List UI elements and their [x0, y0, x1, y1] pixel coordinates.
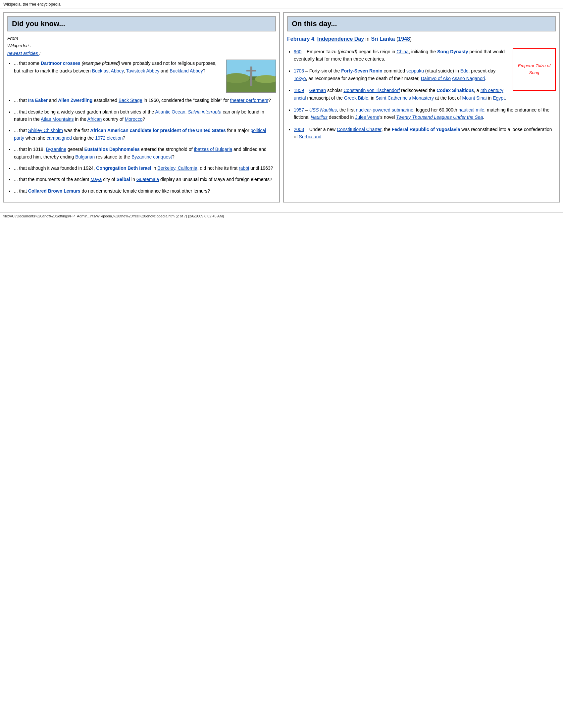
seppuku-link[interactable]: seppuku: [406, 68, 424, 73]
pictured-note: (pictured): [338, 49, 357, 54]
asano-link[interactable]: Asano Naganori: [452, 76, 485, 81]
ira-eaker-link[interactable]: Ira Eaker: [28, 98, 48, 103]
top-bar-title: Wikipedia, the free encyclopedia: [3, 2, 61, 7]
did-you-know-header: Did you know...: [7, 16, 276, 31]
independence-day-link[interactable]: Independence Day: [317, 36, 364, 42]
morocco-link[interactable]: Morocco: [125, 116, 143, 122]
buckland-link[interactable]: Buckland Abbey: [169, 68, 203, 73]
forty-seven-ronin-link[interactable]: Forty-Seven Ronin: [341, 68, 382, 73]
1972-election-link[interactable]: 1972 election: [95, 135, 122, 141]
4th-century-link[interactable]: 4th century: [480, 88, 503, 93]
list-item: ... that Ira Eaker and Allen Zwerdling e…: [14, 97, 276, 104]
twenty-thousand-leagues-link[interactable]: Twenty Thousand Leagues Under the Sea: [396, 114, 483, 120]
atlas-mountains-link[interactable]: Atlas Mountains: [41, 116, 74, 122]
congregation-link[interactable]: Congregation Beth Israel: [96, 165, 151, 171]
dartmoor-crosses-link[interactable]: Dartmoor crosses: [41, 61, 80, 66]
main-content: Did you know... From Wikipedia's newest …: [0, 9, 563, 206]
jules-verne-link[interactable]: Jules Verne: [355, 114, 379, 120]
nautical-mile-link[interactable]: nautical mile: [458, 107, 484, 113]
lemurs-link[interactable]: Collared Brown Lemurs: [28, 188, 80, 194]
nuclear-powered-link[interactable]: nuclear-powered: [356, 107, 391, 113]
list-item: ... that in 1018, Byzantine general Eust…: [14, 146, 276, 160]
list-item: ... that although it was founded in 1924…: [14, 164, 276, 172]
seibal-link[interactable]: Seibal: [117, 177, 130, 182]
left-panel: Did you know... From Wikipedia's newest …: [3, 12, 280, 203]
codex-link[interactable]: Codex Sinaiticus: [437, 88, 474, 93]
emperor-entry: Emperor Taizu of Song 960 – Emperor Taiz…: [294, 48, 556, 63]
german-link[interactable]: German: [309, 88, 326, 93]
uss-nautilus-link[interactable]: USS Nautilus: [309, 107, 337, 113]
song-dynasty-link[interactable]: Song Dynasty: [437, 49, 468, 54]
maya-link[interactable]: Maya: [90, 177, 102, 182]
intro-text: From Wikipedia's newest articles :: [7, 35, 276, 57]
list-item: ... that Shirley Chisholm was the first …: [14, 127, 276, 142]
shirley-chisholm-link[interactable]: Shirley Chisholm: [28, 128, 63, 133]
daimyo-link[interactable]: Daimyo of Akō: [421, 76, 451, 81]
on-this-day-date: February 4: Independence Day in Sri Lank…: [287, 35, 556, 43]
african-american-candidate-link[interactable]: African American candidate for president…: [90, 128, 225, 133]
serbia-and-link[interactable]: Serbia and: [299, 134, 322, 139]
saint-catherine-link[interactable]: Saint Catherine's Monastery: [376, 95, 434, 101]
rabbi-link[interactable]: rabbi: [239, 165, 249, 171]
list-item: ... that the monuments of the ancient Ma…: [14, 176, 276, 183]
list-item: 2003 – Under a new Constitutional Charte…: [294, 126, 556, 141]
bottom-bar: file:///C|/Documents%20and%20Settings/HP…: [0, 212, 563, 219]
bulgarian-link[interactable]: Bulgarian: [75, 154, 95, 159]
on-this-day-header: On this day...: [287, 16, 556, 31]
egypt-link[interactable]: Egypt: [493, 95, 505, 101]
china-link[interactable]: China: [397, 49, 409, 54]
tischendorf-link[interactable]: Constantin von Tischendorf: [344, 88, 400, 93]
list-item: ... that Collared Brown Lemurs do not de…: [14, 187, 276, 195]
sri-lanka-link[interactable]: Sri Lanka: [371, 36, 395, 42]
guatemala-link[interactable]: Guatemala: [136, 177, 159, 182]
february4-link[interactable]: February 4: [287, 36, 314, 42]
otd-list: Emperor Taizu of Song 960 – Emperor Taiz…: [287, 48, 556, 141]
tavistock-link[interactable]: Tavistock Abbey: [126, 68, 159, 73]
edo-link[interactable]: Edo: [460, 68, 469, 73]
emperor-image-box: Emperor Taizu of Song: [513, 48, 556, 91]
back-stage-link[interactable]: Back Stage: [118, 98, 142, 103]
salvia-link[interactable]: Salvia interrupta: [188, 109, 221, 114]
byzantine-conquest-link[interactable]: Byzantine conquest: [131, 154, 172, 159]
dartmoor-image: [226, 60, 276, 93]
top-bar: Wikipedia, the free encyclopedia: [0, 0, 563, 9]
year-1957-link[interactable]: 1957: [294, 107, 304, 113]
list-item: 1957 – USS Nautilus, the first nuclear-p…: [294, 106, 556, 121]
theater-performers-link[interactable]: theater performers: [230, 98, 268, 103]
svg-rect-6: [246, 70, 256, 71]
dartmoor-section: ... that some Dartmoor crosses (example …: [14, 60, 276, 93]
year-960-link[interactable]: 960: [294, 49, 302, 54]
ibatzes-link[interactable]: Ibatzes of Bulgaria: [194, 147, 232, 152]
bible-link[interactable]: Bible: [358, 95, 368, 101]
uncial-link[interactable]: uncial: [294, 95, 306, 101]
constitutional-charter-link[interactable]: Constitutional Charter: [337, 127, 382, 132]
year-1859-link[interactable]: 1859: [294, 88, 304, 93]
1948-link[interactable]: 1948: [398, 36, 410, 42]
mount-sinai-link[interactable]: Mount Sinai: [462, 95, 487, 101]
list-item: ... that despite being a widely-used gar…: [14, 108, 276, 123]
list-item: Emperor Taizu of Song 960 – Emperor Taiz…: [294, 48, 556, 63]
year-2003-link[interactable]: 2003: [294, 127, 304, 132]
greek-link[interactable]: Greek: [344, 95, 357, 101]
year-1703-link[interactable]: 1703: [294, 68, 304, 73]
allen-zwerdling-link[interactable]: Allen Zwerdling: [58, 98, 92, 103]
campaigned-link[interactable]: campaigned: [47, 135, 72, 141]
nautilus-fictional-link[interactable]: Nautilus: [311, 114, 328, 120]
did-you-know-list: ... that some Dartmoor crosses (example …: [7, 60, 276, 195]
newest-articles-link[interactable]: newest articles: [7, 51, 39, 56]
federal-republic-link[interactable]: Federal Republic of Yugoslavia: [392, 127, 460, 132]
berkeley-link[interactable]: Berkeley, California: [157, 165, 197, 171]
tokyo-link[interactable]: Tokyo: [294, 76, 306, 81]
svg-rect-5: [250, 67, 252, 83]
right-panel: On this day... February 4: Independence …: [283, 12, 560, 203]
byzantine-link[interactable]: Byzantine: [46, 147, 66, 152]
dartmoor-text: ... that some Dartmoor crosses (example …: [14, 60, 223, 74]
submarine-link[interactable]: submarine: [392, 107, 413, 113]
dartmoor-italic: (example pictured): [82, 61, 120, 66]
eustathios-link[interactable]: Eustathios Daphnomeles: [84, 147, 139, 152]
atlantic-ocean-link[interactable]: Atlantic Ocean: [155, 109, 185, 114]
buckfast-link[interactable]: Buckfast Abbey: [92, 68, 123, 73]
african-link[interactable]: African: [87, 116, 102, 122]
list-item: ... that some Dartmoor crosses (example …: [14, 60, 276, 93]
